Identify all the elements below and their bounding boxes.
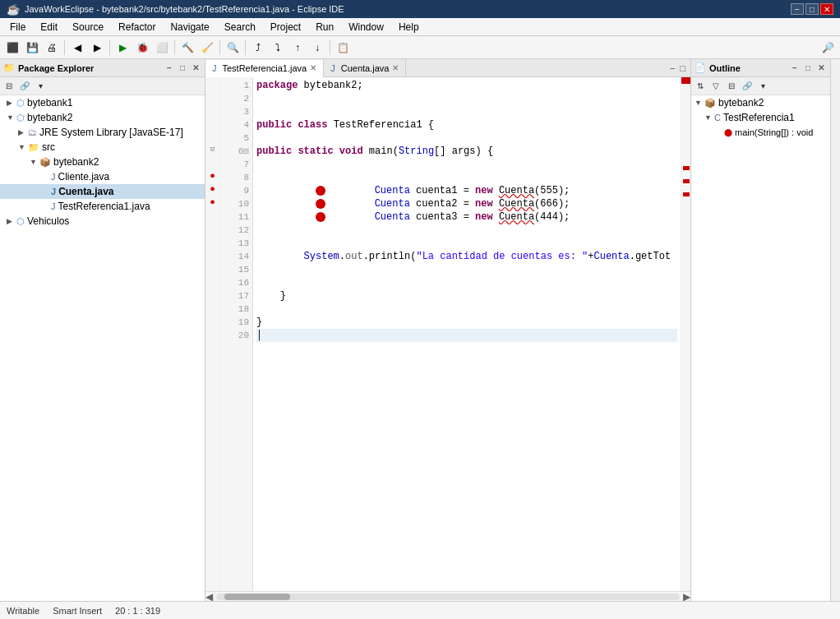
restore-button[interactable]: □ — [805, 3, 819, 15]
tree-item-vehiculos[interactable]: ▶ ⬡ Vehiculos — [0, 214, 205, 229]
editor-scrollbar[interactable]: ◀ ▶ — [205, 591, 690, 601]
close-outline-button[interactable]: ✕ — [815, 62, 827, 74]
ln-4: 4 — [220, 118, 252, 132]
separator-2 — [109, 40, 110, 55]
code-line-8: Cuenta cuenta1 = new Cuenta(555); — [256, 171, 677, 184]
expand-arrow-bytebank1[interactable]: ▶ — [7, 99, 15, 107]
minimize-editor-button[interactable]: − — [668, 62, 676, 75]
ln-9: 9 — [220, 184, 252, 197]
minimize-button[interactable]: − — [791, 3, 804, 15]
tree-item-bytebank1[interactable]: ▶ ⬡ bytebank1 — [0, 95, 205, 110]
scrollbar-track[interactable] — [216, 594, 680, 600]
clean-button[interactable]: 🧹 — [198, 39, 216, 57]
gutter-19 — [205, 314, 219, 327]
code-line-18 — [256, 303, 677, 316]
gutter-3 — [205, 104, 219, 117]
menu-refactor[interactable]: Refactor — [112, 20, 162, 35]
gutter-1 — [205, 77, 219, 90]
next-edit-button[interactable]: ⤵ — [269, 39, 287, 57]
tree-item-bytebank2-pkg[interactable]: ▼ 📦 bytebank2 — [0, 155, 205, 169]
outline-item-class[interactable]: ▼ C TestReferencia1 — [691, 110, 830, 125]
margin-mark-9[interactable] — [683, 179, 690, 183]
minimize-panel-button[interactable]: − — [164, 62, 175, 74]
view-menu-button[interactable]: ▾ — [33, 79, 48, 94]
outline-arrow-1[interactable]: ▼ — [695, 99, 703, 107]
tree-item-src[interactable]: ▼ 📁 src — [0, 140, 205, 155]
menu-file[interactable]: File — [3, 20, 32, 35]
outline-tree: ▼ 📦 bytebank2 ▼ C TestReferencia1 ⬤ main… — [691, 95, 830, 601]
menu-search[interactable]: Search — [218, 20, 262, 35]
tab-testreferencia[interactable]: J TestReferencia1.java ✕ — [205, 60, 324, 77]
back-button[interactable]: ◀ — [68, 39, 86, 57]
tree-label-bytebank2: bytebank2 — [27, 112, 72, 123]
tab-close-testreferencia[interactable]: ✕ — [310, 63, 316, 72]
open-task-button[interactable]: 📋 — [334, 39, 352, 57]
menu-source[interactable]: Source — [66, 20, 110, 35]
new-button[interactable]: ⬛ — [3, 39, 21, 57]
menu-project[interactable]: Project — [264, 20, 307, 35]
expand-arrow-bytebank2[interactable]: ▼ — [7, 113, 15, 122]
forward-button[interactable]: ▶ — [88, 39, 106, 57]
outline-menu-button[interactable]: ▾ — [755, 79, 770, 94]
tree-item-cliente[interactable]: J Cliente.java — [0, 169, 205, 184]
title-bar: ☕ JavaWorkEclipse - bytebank2/src/byteba… — [0, 0, 840, 18]
maximize-outline-button[interactable]: □ — [802, 62, 814, 74]
link-outline-button[interactable]: 🔗 — [740, 79, 755, 94]
java-icon-cuenta: J — [51, 187, 56, 196]
tree-item-jre[interactable]: ▶ 🗂 JRE System Library [JavaSE-17] — [0, 125, 205, 140]
gutter-7 — [205, 156, 219, 169]
tree-item-bytebank2[interactable]: ▼ ⬡ bytebank2 — [0, 110, 205, 125]
outline-item-method[interactable]: ⬤ main(String[]) : void — [691, 125, 830, 140]
gutter-icons: ⊟ ● ● ● — [205, 77, 220, 591]
prev-edit-button[interactable]: ⤴ — [249, 39, 267, 57]
tab-cuenta[interactable]: J Cuenta.java ✕ — [324, 59, 406, 76]
outline-package-icon: 📦 — [704, 98, 716, 109]
debug-button[interactable]: 🐞 — [133, 39, 151, 57]
outline-arrow-2[interactable]: ▼ — [704, 113, 713, 122]
maximize-panel-button[interactable]: □ — [177, 62, 188, 74]
coverage-button[interactable]: ⬜ — [153, 39, 171, 57]
margin-mark-8[interactable] — [683, 166, 690, 170]
tree-item-testreferencia[interactable]: J TestReferencia1.java — [0, 199, 205, 214]
margin-mark-10[interactable] — [683, 192, 690, 196]
tree-label-cuenta: Cuenta.java — [58, 186, 113, 197]
close-panel-button[interactable]: ✕ — [190, 62, 201, 74]
prev-ann-button[interactable]: ↑ — [288, 39, 307, 57]
build-button[interactable]: 🔨 — [178, 39, 196, 57]
expand-arrow-jre[interactable]: ▶ — [18, 128, 26, 136]
scrollbar-thumb[interactable] — [224, 594, 290, 600]
scroll-left-arrow[interactable]: ◀ — [205, 591, 213, 603]
ln-7: 7 — [220, 158, 252, 171]
collapse-all-button[interactable]: ⊟ — [2, 79, 16, 94]
code-editor[interactable]: ⊟ ● ● ● 1 2 3 4 — [205, 77, 690, 591]
menu-run[interactable]: Run — [309, 20, 340, 35]
next-ann-button[interactable]: ↓ — [308, 39, 326, 57]
package-explorer-title: Package Explorer — [18, 63, 94, 73]
minimize-outline-button[interactable]: − — [789, 62, 801, 74]
menu-navigate[interactable]: Navigate — [164, 20, 215, 35]
sort-button[interactable]: ⇅ — [693, 79, 708, 94]
expand-arrow-bytebank2-pkg[interactable]: ▼ — [30, 158, 38, 166]
link-editor-button[interactable]: 🔗 — [17, 79, 32, 94]
save-button[interactable]: 💾 — [23, 39, 41, 57]
filter-button[interactable]: ▽ — [708, 79, 723, 94]
code-line-12 — [256, 224, 677, 237]
collapse-outline-button[interactable]: ⊟ — [724, 79, 739, 94]
search-toolbar-button[interactable]: 🔎 — [819, 39, 837, 57]
outline-item-package[interactable]: ▼ 📦 bytebank2 — [691, 95, 830, 110]
run-button[interactable]: ▶ — [113, 39, 132, 57]
search-button[interactable]: 🔍 — [224, 39, 242, 57]
tab-close-cuenta[interactable]: ✕ — [392, 63, 399, 72]
ln-17: 17 — [220, 289, 252, 303]
menu-help[interactable]: Help — [392, 20, 426, 35]
close-button[interactable]: ✕ — [820, 3, 833, 15]
print-button[interactable]: 🖨 — [43, 39, 61, 57]
expand-arrow-src[interactable]: ▼ — [18, 143, 26, 151]
code-content[interactable]: package bytebank2; public class TestRefe… — [253, 77, 681, 591]
maximize-editor-button[interactable]: □ — [678, 62, 687, 75]
expand-arrow-vehiculos[interactable]: ▶ — [7, 217, 15, 225]
scroll-right-arrow[interactable]: ▶ — [683, 591, 690, 603]
tree-item-cuenta[interactable]: J Cuenta.java — [0, 184, 205, 199]
menu-edit[interactable]: Edit — [34, 20, 64, 35]
menu-window[interactable]: Window — [342, 20, 390, 35]
